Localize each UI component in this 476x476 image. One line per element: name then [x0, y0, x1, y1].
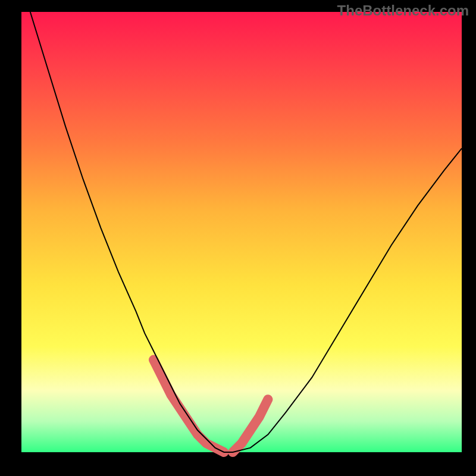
highlight-left — [154, 360, 224, 452]
chart-frame: TheBottleneck.com — [0, 0, 476, 476]
curve-layer — [21, 12, 462, 452]
bottleneck-curve — [30, 12, 462, 452]
highlight-right — [233, 399, 268, 452]
